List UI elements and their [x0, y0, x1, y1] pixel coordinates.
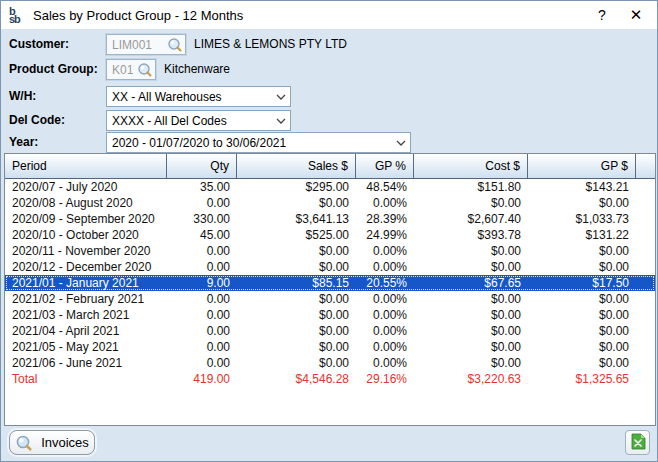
customer-code-value: LIM001 — [112, 38, 152, 52]
year-label: Year: — [9, 135, 38, 149]
customer-search-icon[interactable] — [167, 37, 183, 53]
cell: 0.00 — [167, 307, 237, 323]
column-header-cost[interactable]: Cost $ — [414, 154, 528, 178]
table-row[interactable]: 2020/10 - October 202045.00$525.0024.99%… — [5, 227, 655, 243]
close-button[interactable]: ✕ — [619, 1, 653, 29]
product-group-search-icon[interactable] — [137, 62, 153, 78]
product-group-name-text: Kitchenware — [164, 62, 230, 76]
table-row[interactable]: 2021/03 - March 20210.00$0.000.00%$0.00$… — [5, 307, 655, 323]
year-dropdown[interactable]: 2020 - 01/07/2020 to 30/06/2021 — [106, 132, 411, 153]
cell: Total — [5, 371, 167, 387]
cell: $143.21 — [528, 179, 636, 195]
table-row[interactable]: 2021/06 - June 20210.00$0.000.00%$0.00$0… — [5, 355, 655, 371]
cell: $1,325.65 — [528, 371, 636, 387]
cell: $0.00 — [528, 243, 636, 259]
window-title: Sales by Product Group - 12 Months — [33, 8, 243, 23]
cell: 0.00% — [356, 323, 414, 339]
cell: 0.00% — [356, 307, 414, 323]
table-row[interactable]: 2021/04 - April 20210.00$0.000.00%$0.00$… — [5, 323, 655, 339]
app-logo-icon: bsb — [9, 7, 26, 24]
cell: $0.00 — [528, 291, 636, 307]
del-code-value: XXXX - All Del Codes — [112, 114, 227, 128]
cell: 2021/01 - January 2021 — [5, 275, 167, 291]
cell: 330.00 — [167, 211, 237, 227]
cell: 2020/11 - November 2020 — [5, 243, 167, 259]
table-body: 2020/07 - July 202035.00$295.0048.54%$15… — [5, 179, 655, 387]
cell: 2020/07 - July 2020 — [5, 179, 167, 195]
cell: 0.00 — [167, 243, 237, 259]
cell: $151.80 — [414, 179, 528, 195]
cell: 24.99% — [356, 227, 414, 243]
cell: 20.55% — [356, 275, 414, 291]
cell: $3,220.63 — [414, 371, 528, 387]
cell: $3,641.13 — [237, 211, 356, 227]
column-header-gp-dollar[interactable]: GP $ — [528, 154, 636, 178]
cell: 2021/03 - March 2021 — [5, 307, 167, 323]
excel-export-button[interactable] — [625, 430, 650, 455]
customer-code-field[interactable]: LIM001 — [106, 34, 186, 55]
column-header-sales[interactable]: Sales $ — [237, 154, 356, 178]
cell: 0.00% — [356, 243, 414, 259]
cell: $525.00 — [237, 227, 356, 243]
invoices-button[interactable]: Invoices — [9, 430, 95, 455]
table-row[interactable]: 2020/07 - July 202035.00$295.0048.54%$15… — [5, 179, 655, 195]
help-button[interactable]: ? — [585, 1, 619, 29]
cell: 0.00% — [356, 339, 414, 355]
cell: $0.00 — [237, 195, 356, 211]
column-header-gp-pct[interactable]: GP % — [356, 154, 414, 178]
chevron-down-icon — [272, 87, 290, 106]
cell: $4,546.28 — [237, 371, 356, 387]
cell: 0.00% — [356, 355, 414, 371]
excel-icon — [630, 433, 646, 453]
column-header-period[interactable]: Period — [5, 154, 167, 178]
cell: 0.00 — [167, 323, 237, 339]
customer-label: Customer: — [9, 37, 69, 51]
cell: 45.00 — [167, 227, 237, 243]
product-group-code-field[interactable]: K01 — [106, 59, 156, 80]
column-header-qty[interactable]: Qty — [167, 154, 237, 178]
chevron-down-icon — [272, 111, 290, 130]
cell: 35.00 — [167, 179, 237, 195]
cell: $0.00 — [528, 259, 636, 275]
del-code-dropdown[interactable]: XXXX - All Del Codes — [106, 110, 291, 131]
warehouse-dropdown[interactable]: XX - All Warehouses — [106, 86, 291, 107]
cell: 0.00% — [356, 195, 414, 211]
invoices-search-icon — [15, 434, 33, 452]
cell: $0.00 — [528, 323, 636, 339]
cell: 48.54% — [356, 179, 414, 195]
cell: 2020/12 - December 2020 — [5, 259, 167, 275]
cell: 2021/04 - April 2021 — [5, 323, 167, 339]
chevron-down-icon — [392, 133, 410, 152]
product-group-code-value: K01 — [112, 63, 133, 77]
table-row[interactable]: 2020/08 - August 20200.00$0.000.00%$0.00… — [5, 195, 655, 211]
table-total-row[interactable]: Total419.00$4,546.2829.16%$3,220.63$1,32… — [5, 371, 655, 387]
cell: $17.50 — [528, 275, 636, 291]
cell: 28.39% — [356, 211, 414, 227]
table-row[interactable]: 2020/12 - December 20200.00$0.000.00%$0.… — [5, 259, 655, 275]
invoices-button-label: Invoices — [41, 435, 89, 450]
year-value: 2020 - 01/07/2020 to 30/06/2021 — [112, 136, 286, 150]
cell: 0.00 — [167, 259, 237, 275]
cell: 0.00 — [167, 195, 237, 211]
cell: $0.00 — [528, 339, 636, 355]
cell: 2021/05 - May 2021 — [5, 339, 167, 355]
table-row[interactable]: 2020/09 - September 2020330.00$3,641.132… — [5, 211, 655, 227]
cell: $0.00 — [237, 339, 356, 355]
table-row[interactable]: 2020/11 - November 20200.00$0.000.00%$0.… — [5, 243, 655, 259]
cell: $0.00 — [528, 307, 636, 323]
table-header-row: Period Qty Sales $ GP % Cost $ GP $ — [5, 154, 655, 179]
cell: 2020/10 - October 2020 — [5, 227, 167, 243]
cell: $0.00 — [414, 355, 528, 371]
cell: 0.00% — [356, 259, 414, 275]
cell: $2,607.40 — [414, 211, 528, 227]
cell: $0.00 — [414, 259, 528, 275]
cell: $1,033.73 — [528, 211, 636, 227]
table-row[interactable]: 2021/05 - May 20210.00$0.000.00%$0.00$0.… — [5, 339, 655, 355]
cell: $0.00 — [237, 355, 356, 371]
cell: $0.00 — [414, 195, 528, 211]
cell: 2021/02 - February 2021 — [5, 291, 167, 307]
table-row[interactable]: 2021/02 - February 20210.00$0.000.00%$0.… — [5, 291, 655, 307]
table-row[interactable]: 2021/01 - January 20219.00$85.1520.55%$6… — [5, 275, 655, 291]
cell: 9.00 — [167, 275, 237, 291]
customer-name-text: LIMES & LEMONS PTY LTD — [194, 37, 347, 51]
